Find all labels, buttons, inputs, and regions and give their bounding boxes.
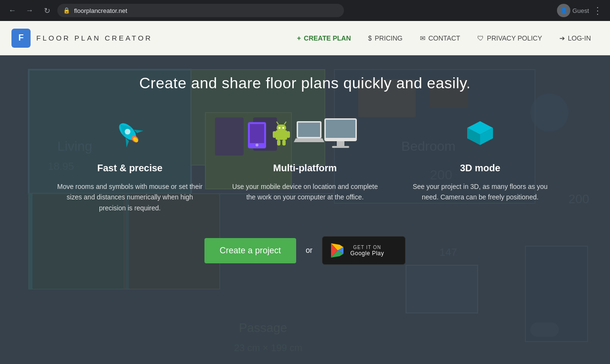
mail-icon: ✉ (420, 34, 426, 42)
svg-rect-38 (250, 124, 264, 143)
user-avatar[interactable]: 👤 (557, 4, 570, 17)
avatar-icon: 👤 (560, 7, 567, 14)
google-play-icon (330, 242, 344, 259)
play-google-text: Google Play (350, 250, 384, 257)
forward-button[interactable]: → (23, 4, 36, 17)
browser-right-controls: 👤 Guest ⋮ (557, 4, 604, 17)
main-nav: + CREATE PLAN $ PRICING ✉ CONTACT 🛡 PRIV… (289, 31, 599, 46)
app-navbar: F FLOOR PLAN CREATOR + CREATE PLAN $ PRI… (0, 21, 610, 55)
feature-icon-multi (248, 115, 363, 153)
plus-icon: + (297, 34, 301, 42)
feature-desc-multi: Use your mobile device on location and c… (232, 181, 378, 203)
svg-line-42 (277, 122, 278, 125)
feature-icon-fast (113, 115, 147, 153)
feature-title-3d: 3D mode (460, 163, 500, 174)
hero-headline: Create and share floor plans quickly and… (139, 74, 471, 92)
svg-rect-51 (298, 123, 320, 137)
play-text: GET IT ON Google Play (350, 245, 384, 257)
svg-rect-40 (276, 130, 287, 140)
feature-title-multi: Multi-platform (273, 163, 337, 174)
logo-icon: F (11, 29, 31, 48)
svg-rect-49 (282, 140, 286, 146)
features-row: Fast & precise Move rooms and symbols wi… (43, 115, 568, 213)
svg-point-45 (282, 127, 284, 129)
nav-pricing-label: PRICING (375, 34, 402, 42)
feature-multi-platform: Multi-platform Use your mobile device on… (217, 115, 393, 213)
platform-icons (248, 117, 363, 151)
browser-menu-button[interactable]: ⋮ (591, 5, 604, 16)
rocket-icon (113, 117, 147, 151)
cta-or-label: or (306, 246, 312, 255)
svg-line-43 (284, 122, 286, 125)
feature-title-fast: Fast & precise (97, 163, 162, 174)
hero-section: Living 18.95 Bedroom 200 Passage 23 cm ×… (0, 55, 610, 364)
feature-desc-3d: See your project in 3D, as many floors a… (407, 181, 554, 203)
svg-rect-55 (332, 146, 349, 148)
browser-chrome: ← → ↻ 🔒 floorplancreator.net 👤 Guest ⋮ (0, 0, 610, 21)
svg-rect-47 (287, 131, 290, 138)
play-get-text: GET IT ON (350, 245, 384, 250)
hero-content: Create and share floor plans quickly and… (0, 55, 610, 265)
login-icon: ➔ (559, 34, 565, 42)
shield-icon: 🛡 (477, 34, 484, 42)
cta-row: Create a project or GET IT ON Google Pla… (204, 236, 406, 265)
svg-point-39 (256, 144, 258, 146)
url-text: floorplancreator.net (74, 7, 127, 14)
dollar-icon: $ (368, 34, 372, 42)
nav-contact[interactable]: ✉ CONTACT (412, 31, 468, 46)
feature-fast-precise: Fast & precise Move rooms and symbols wi… (43, 115, 218, 213)
feature-icon-3d (463, 115, 497, 153)
back-button[interactable]: ← (6, 4, 19, 17)
svg-rect-53 (326, 120, 355, 138)
nav-privacy-label: PRIVACY POLICY (487, 34, 542, 42)
svg-rect-48 (277, 140, 280, 146)
feature-3d-mode: 3D mode See your project in 3D, as many … (393, 115, 568, 213)
nav-login-label: LOG-IN (568, 34, 591, 42)
create-project-button[interactable]: Create a project (204, 238, 296, 263)
logo-link[interactable]: F FLOOR PLAN CREATOR (11, 29, 152, 48)
svg-rect-46 (273, 131, 276, 138)
google-play-button[interactable]: GET IT ON Google Play (322, 236, 406, 265)
logo-text: FLOOR PLAN CREATOR (36, 34, 152, 42)
feature-desc-fast: Move rooms and symbols with mouse or set… (57, 181, 203, 213)
nav-contact-label: CONTACT (428, 34, 460, 42)
nav-privacy[interactable]: 🛡 PRIVACY POLICY (470, 31, 549, 46)
svg-rect-41 (277, 125, 286, 131)
nav-pricing[interactable]: $ PRICING (361, 31, 410, 46)
guest-label: Guest (572, 7, 589, 14)
nav-create-plan-label: CREATE PLAN (304, 34, 351, 42)
3d-box-icon (463, 117, 497, 151)
lock-icon: 🔒 (63, 7, 70, 14)
refresh-button[interactable]: ↻ (40, 4, 54, 17)
nav-login[interactable]: ➔ LOG-IN (552, 31, 599, 46)
address-bar[interactable]: 🔒 floorplancreator.net (57, 4, 344, 17)
svg-point-44 (278, 127, 280, 129)
nav-create-plan[interactable]: + CREATE PLAN (289, 31, 359, 46)
svg-rect-54 (337, 141, 344, 146)
